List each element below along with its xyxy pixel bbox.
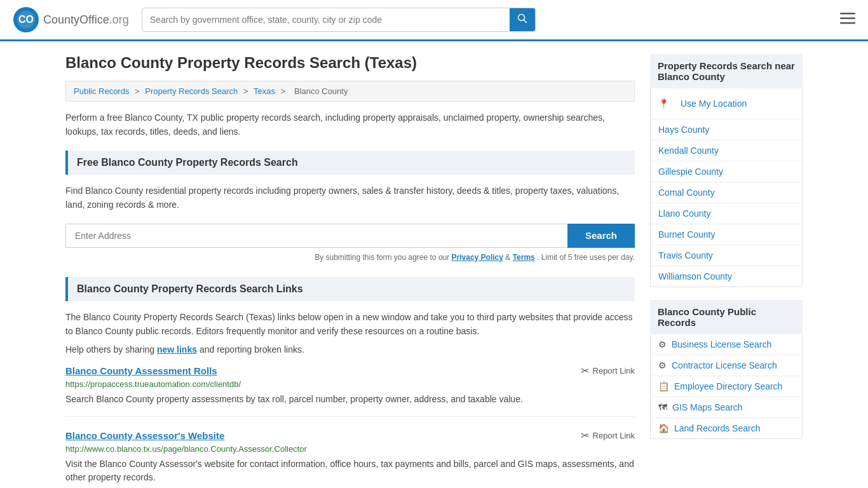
burnet-county-link[interactable]: Burnet County: [651, 224, 802, 245]
sidebar-item-hays[interactable]: Hays County: [651, 119, 802, 140]
sidebar-item-land-records[interactable]: 🏠 Land Records Search: [651, 418, 802, 438]
breadcrumb-property-records[interactable]: Property Records Search: [145, 86, 238, 96]
report-link-btn-2[interactable]: ✂ Report Link: [581, 430, 635, 442]
gis-icon: 🗺: [658, 402, 667, 412]
report-icon-1: ✂: [581, 365, 589, 377]
share-suffix: and reporting broken links.: [200, 344, 304, 355]
sidebar-nearby-list: 📍 Use My Location Hays County Kendall Co…: [650, 88, 803, 287]
privacy-policy-link[interactable]: Privacy Policy: [452, 253, 503, 262]
sidebar-item-llano[interactable]: Llano County: [651, 203, 802, 224]
svg-line-4: [524, 20, 527, 24]
land-records-label: Land Records Search: [674, 423, 760, 433]
report-link-btn-1[interactable]: ✂ Report Link: [581, 365, 635, 377]
report-link-label-1: Report Link: [593, 366, 635, 376]
link-item-2: Blanco County Assessor's Website ✂ Repor…: [65, 430, 635, 488]
sidebar-item-comal[interactable]: Comal County: [651, 182, 802, 203]
sidebar-item-gis-maps[interactable]: 🗺 GIS Maps Search: [651, 397, 802, 418]
breadcrumb-blanco: Blanco County: [294, 86, 348, 96]
links-heading: Blanco County Property Records Search Li…: [65, 277, 635, 301]
employee-directory-link[interactable]: 📋 Employee Directory Search: [651, 376, 802, 396]
menu-icon[interactable]: [840, 11, 855, 28]
link-url-2: http://www.co.blanco.tx.us/page/blanco.C…: [65, 444, 635, 454]
link-item-1-header: Blanco County Assessment Rolls ✂ Report …: [65, 365, 635, 377]
search-button[interactable]: Search: [567, 224, 635, 248]
new-links-link[interactable]: new links: [157, 344, 197, 355]
sidebar: Property Records Search near Blanco Coun…: [650, 54, 803, 488]
main-wrapper: Blanco County Property Records Search (T…: [53, 41, 815, 488]
sidebar-public-records-heading: Blanco County Public Records: [650, 300, 803, 334]
gis-maps-label: GIS Maps Search: [672, 402, 743, 412]
sidebar-item-contractor-license[interactable]: ⚙ Contractor License Search: [651, 355, 802, 376]
travis-county-link[interactable]: Travis County: [651, 245, 802, 266]
links-section: Blanco County Property Records Search Li…: [65, 277, 635, 488]
header-search-button[interactable]: [510, 8, 535, 31]
use-location-link[interactable]: Use My Location: [673, 93, 754, 114]
free-search-section: Free Blanco County Property Records Sear…: [65, 151, 635, 262]
sidebar-item-gillespie[interactable]: Gillespie County: [651, 161, 802, 182]
report-link-label-2: Report Link: [593, 431, 635, 440]
report-icon-2: ✂: [581, 430, 589, 442]
free-search-heading: Free Blanco County Property Records Sear…: [65, 151, 635, 175]
employee-icon: 📋: [658, 381, 669, 391]
logo[interactable]: CO CountyOffice.org: [13, 6, 129, 33]
gillespie-county-link[interactable]: Gillespie County: [651, 161, 802, 182]
sidebar-item-burnet[interactable]: Burnet County: [651, 224, 802, 245]
link-item-2-header: Blanco County Assessor's Website ✂ Repor…: [65, 430, 635, 442]
terms-prefix: By submitting this form you agree to our: [315, 253, 449, 262]
breadcrumb-public-records[interactable]: Public Records: [74, 86, 129, 96]
sidebar-item-employee-directory[interactable]: 📋 Employee Directory Search: [651, 376, 802, 397]
svg-rect-6: [840, 18, 855, 20]
business-license-label: Business License Search: [672, 339, 771, 349]
sidebar-use-location[interactable]: 📍 Use My Location: [651, 88, 802, 119]
sidebar-item-williamson[interactable]: Williamson County: [651, 266, 802, 287]
sidebar-public-records-list: ⚙ Business License Search ⚙ Contractor L…: [650, 334, 803, 439]
business-license-link[interactable]: ⚙ Business License Search: [651, 334, 802, 355]
link-desc-1: Search Blanco County property assessment…: [65, 393, 635, 406]
kendall-county-link[interactable]: Kendall County: [651, 140, 802, 161]
link-desc-2: Visit the Blanco County Assessor's websi…: [65, 458, 635, 484]
terms-amp: &: [505, 253, 512, 262]
williamson-county-link[interactable]: Williamson County: [651, 266, 802, 287]
header-search-bar: [142, 8, 536, 32]
svg-text:CO: CO: [18, 14, 34, 25]
search-icon: [517, 13, 527, 24]
contractor-icon: ⚙: [658, 360, 667, 370]
llano-county-link[interactable]: Llano County: [651, 203, 802, 224]
header: CO CountyOffice.org: [0, 0, 868, 41]
limit-text: . Limit of 5 free uses per day.: [537, 253, 635, 262]
contractor-license-label: Contractor License Search: [672, 360, 777, 370]
sidebar-public-records-section: Blanco County Public Records ⚙ Business …: [650, 300, 803, 439]
logo-name: CountyOffice: [43, 13, 109, 26]
page-title: Blanco County Property Records Search (T…: [65, 54, 635, 72]
links-description: The Blanco County Property Records Searc…: [65, 310, 635, 339]
address-form: Search: [65, 224, 635, 248]
svg-rect-7: [840, 22, 855, 24]
contractor-license-link[interactable]: ⚙ Contractor License Search: [651, 355, 802, 376]
breadcrumb-sep-3: >: [281, 86, 288, 96]
page-description: Perform a free Blanco County, TX public …: [65, 111, 635, 139]
land-records-link[interactable]: 🏠 Land Records Search: [651, 418, 802, 438]
land-icon: 🏠: [658, 423, 669, 433]
form-terms: By submitting this form you agree to our…: [65, 253, 635, 262]
logo-icon: CO: [13, 6, 39, 33]
header-search-input[interactable]: [142, 10, 510, 30]
sidebar-item-business-license[interactable]: ⚙ Business License Search: [651, 334, 802, 355]
hamburger-icon: [840, 13, 855, 24]
sidebar-item-travis[interactable]: Travis County: [651, 245, 802, 266]
gis-maps-link[interactable]: 🗺 GIS Maps Search: [651, 397, 802, 417]
sidebar-nearby-heading: Property Records Search near Blanco Coun…: [650, 54, 803, 88]
content-area: Blanco County Property Records Search (T…: [65, 54, 635, 488]
hays-county-link[interactable]: Hays County: [651, 119, 802, 140]
free-search-description: Find Blanco County residential property …: [65, 184, 635, 212]
breadcrumb-texas[interactable]: Texas: [254, 86, 275, 96]
address-input[interactable]: [65, 224, 567, 248]
comal-county-link[interactable]: Comal County: [651, 182, 802, 203]
sidebar-item-kendall[interactable]: Kendall County: [651, 140, 802, 161]
link-item-1: Blanco County Assessment Rolls ✂ Report …: [65, 365, 635, 417]
logo-suffix: .org: [109, 13, 129, 26]
svg-rect-5: [840, 13, 855, 15]
link-title-1[interactable]: Blanco County Assessment Rolls: [65, 365, 217, 376]
svg-point-3: [518, 15, 524, 21]
link-title-2[interactable]: Blanco County Assessor's Website: [65, 430, 224, 441]
terms-link[interactable]: Terms: [513, 253, 535, 262]
